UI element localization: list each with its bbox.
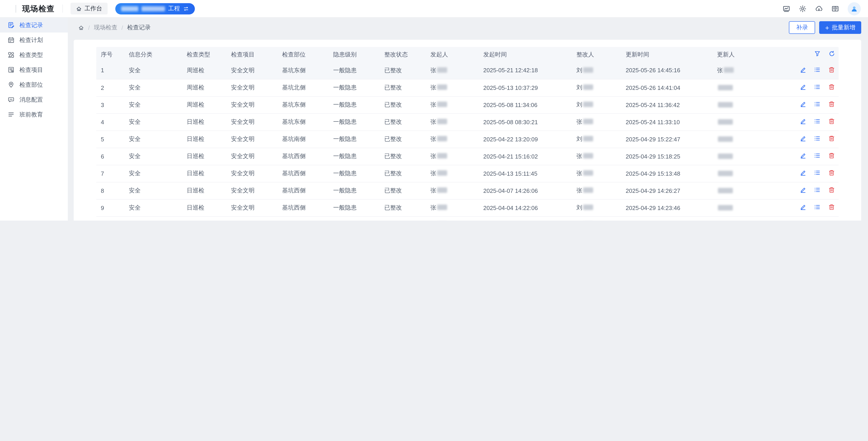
table-cell: 1 — [96, 62, 124, 79]
redacted-name-cell: 张 — [426, 165, 479, 182]
delete-icon[interactable] — [828, 66, 835, 74]
breadcrumb-home-icon[interactable] — [78, 25, 84, 31]
column-header: 检查项目 — [226, 47, 278, 62]
redacted-blur — [718, 170, 733, 176]
column-header: 整改状态 — [380, 47, 426, 62]
detail-list-icon[interactable] — [814, 186, 821, 195]
table-cell: 安全文明 — [226, 199, 278, 216]
redacted-blur — [583, 102, 593, 107]
edit-icon[interactable] — [800, 83, 807, 92]
name-text: 张 — [430, 84, 436, 91]
sidebar-item-inspection-type[interactable]: 检查类型 — [0, 47, 68, 62]
table-cell: 安全文明 — [226, 96, 278, 113]
table-cell: 2025-05-08 11:34:06 — [479, 96, 572, 113]
table-cell: 已整改 — [380, 199, 426, 216]
edit-icon[interactable] — [800, 135, 807, 143]
table-cell: 日巡检 — [182, 182, 226, 199]
edit-icon[interactable] — [800, 118, 807, 126]
book-icon[interactable] — [831, 5, 839, 12]
filter-icon[interactable] — [814, 50, 821, 58]
detail-list-icon[interactable] — [814, 101, 821, 109]
table-cell: 安全文明 — [226, 62, 278, 79]
edit-icon[interactable] — [800, 152, 807, 160]
avatar[interactable] — [848, 2, 861, 15]
table-cell: 安全 — [124, 79, 182, 96]
edit-icon[interactable] — [800, 66, 807, 74]
batch-add-button[interactable]: + 批量新增 — [819, 21, 861, 34]
project-switcher[interactable]: 工程 — [115, 3, 195, 14]
breadcrumb-separator: / — [88, 24, 90, 31]
redacted-name-cell: 张 — [426, 148, 479, 165]
main-content: / 现场检查 / 检查记录 补录 + 批量新增 — [68, 18, 868, 220]
delete-icon[interactable] — [828, 186, 835, 195]
sidebar-item-message-config[interactable]: 消息配置 — [0, 92, 68, 107]
table-cell: 9 — [96, 199, 124, 216]
table-row[interactable]: 5安全日巡检安全文明基坑南侧一般隐患已整改张2025-04-22 13:20:0… — [96, 131, 839, 148]
table-cell: 一般隐患 — [329, 199, 380, 216]
table-row[interactable]: 4安全日巡检安全文明基坑东侧一般隐患已整改张2025-05-08 08:30:2… — [96, 113, 839, 131]
edit-icon[interactable] — [800, 101, 807, 109]
delete-icon[interactable] — [828, 152, 835, 160]
redacted-name-cell: 刘 — [572, 62, 621, 79]
sidebar-item-inspection-parts[interactable]: 检查部位 — [0, 77, 68, 92]
table-row[interactable]: 1安全周巡检安全文明基坑东侧一般隐患已整改张2025-05-21 12:42:1… — [96, 62, 839, 79]
table-row[interactable]: 3安全周巡检安全文明基坑东侧一般隐患已整改张2025-05-08 11:34:0… — [96, 96, 839, 113]
redacted-blur — [437, 67, 447, 73]
detail-list-icon[interactable] — [814, 66, 821, 74]
table-cell: 3 — [96, 96, 124, 113]
table-row[interactable]: 8安全日巡检安全文明基坑西侧一般隐患已整改张2025-04-07 14:26:0… — [96, 182, 839, 199]
table-cell: 2025-05-26 14:45:16 — [621, 62, 712, 79]
detail-list-icon[interactable] — [814, 204, 821, 212]
detail-list-icon[interactable] — [814, 135, 821, 143]
table-cell: 基坑西侧 — [278, 182, 329, 199]
row-actions-cell — [777, 62, 839, 79]
table-cell: 安全文明 — [226, 216, 278, 220]
workbench-button[interactable]: 工作台 — [70, 3, 107, 14]
detail-list-icon[interactable] — [814, 169, 821, 177]
sidebar-item-inspection-plan[interactable]: 检查计划 — [0, 33, 68, 47]
sidebar-item-pre-shift-education[interactable]: 班前教育 — [0, 107, 68, 122]
name-text: 张 — [430, 135, 436, 142]
cloud-download-icon[interactable] — [815, 5, 823, 12]
edit-icon[interactable] — [800, 186, 807, 195]
row-actions-cell — [777, 216, 839, 220]
delete-icon[interactable] — [828, 204, 835, 212]
supplement-button[interactable]: 补录 — [789, 21, 815, 34]
toolbar: 补录 + 批量新增 — [789, 21, 861, 34]
name-text: 张 — [430, 170, 436, 177]
redacted-name-cell — [712, 165, 777, 182]
name-text: 张 — [577, 187, 582, 194]
delete-icon[interactable] — [828, 101, 835, 109]
table-row[interactable]: 6安全日巡检安全文明基坑西侧一般隐患已整改张2025-04-21 15:16:0… — [96, 148, 839, 165]
table-row[interactable]: 9安全日巡检安全文明基坑西侧一般隐患已整改张2025-04-04 14:22:0… — [96, 199, 839, 216]
monitor-icon[interactable] — [782, 5, 790, 12]
redacted-blur — [437, 136, 447, 141]
detail-list-icon[interactable] — [814, 83, 821, 92]
sidebar-item-inspection-items[interactable]: 检查项目 — [0, 62, 68, 77]
table-cell: 2025-04-22 13:20:09 — [479, 131, 572, 148]
table-row[interactable]: 2安全周巡检安全文明基坑北侧一般隐患已整改张2025-05-13 10:37:2… — [96, 79, 839, 96]
delete-icon[interactable] — [828, 118, 835, 126]
table-row[interactable]: 7安全日巡检安全文明基坑西侧一般隐患已整改张2025-04-13 15:11:4… — [96, 165, 839, 182]
redacted-blur — [583, 170, 593, 176]
breadcrumb-item[interactable]: 现场检查 — [94, 24, 117, 32]
table-cell: 已整改 — [380, 79, 426, 96]
redacted-blur — [583, 136, 593, 141]
sidebar-item-label: 班前教育 — [20, 110, 43, 118]
table-cell: 2025-04-29 15:13:48 — [621, 165, 712, 182]
table-cell: 基坑西侧 — [278, 216, 329, 220]
gear-icon[interactable] — [799, 5, 807, 12]
sidebar-item-inspection-records[interactable]: 检查记录 — [0, 18, 68, 33]
delete-icon[interactable] — [828, 169, 835, 177]
detail-list-icon[interactable] — [814, 152, 821, 160]
delete-icon[interactable] — [828, 135, 835, 143]
row-actions-cell — [777, 96, 839, 113]
refresh-icon[interactable] — [829, 50, 835, 58]
redacted-blur — [724, 67, 734, 73]
detail-list-icon[interactable] — [814, 118, 821, 126]
edit-icon[interactable] — [800, 169, 807, 177]
table-row[interactable]: 10安全日巡检安全文明基坑西侧一般隐患已整改张2025-04-04 14:19:… — [96, 216, 839, 220]
name-text: 张 — [717, 67, 723, 74]
delete-icon[interactable] — [828, 83, 835, 92]
edit-icon[interactable] — [800, 204, 807, 212]
